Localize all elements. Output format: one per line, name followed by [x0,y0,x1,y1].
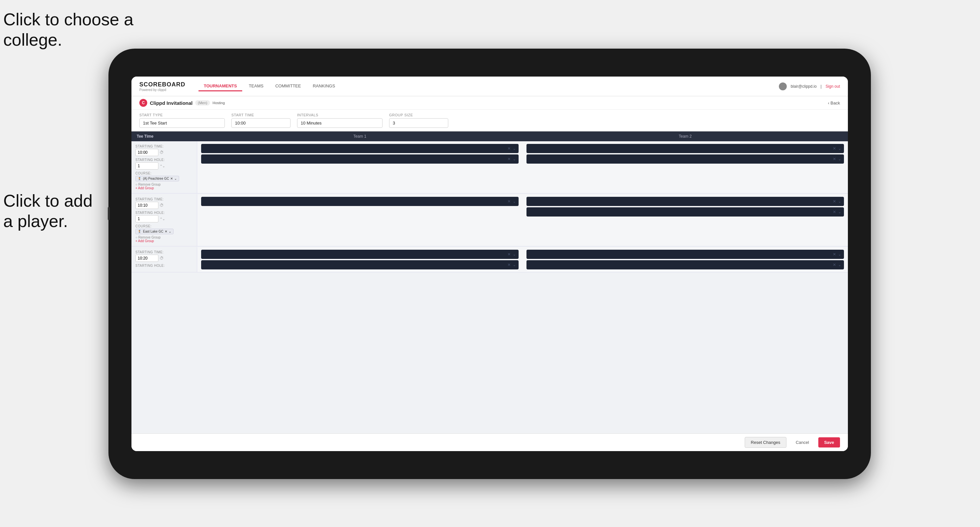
clock-icon-3: ⏱ [160,256,164,260]
slot-icon: ✕ [833,157,836,161]
nav-link-rankings[interactable]: RANKINGS [308,81,340,91]
save-button[interactable]: Save [818,437,840,448]
start-type-select[interactable]: 1st Tee Start [139,118,225,128]
footer: Reset Changes Cancel Save [132,433,848,451]
reset-button[interactable]: Reset Changes [745,437,787,448]
start-type-group: Start Type 1st Tee Start [139,113,225,128]
slot-icon: ⌄ [513,199,516,204]
event-title: Clippd Invitational [150,100,192,106]
player-slot-3-t1-1[interactable]: ✕ ⌄ [201,250,519,259]
sign-out-link[interactable]: Sign out [826,84,840,89]
main-content[interactable]: STARTING TIME: ⏱ STARTING HOLE: ⌃⌄ COURS… [132,141,848,433]
player-slot-2-t2-2[interactable]: ✕ ⌄ [527,207,844,216]
course-expand-2[interactable]: ⌄ [169,230,171,233]
start-time-group: Start Time 10:00 [231,113,291,128]
player-slot-3-t1-2[interactable]: ✕ ⌄ [201,260,519,270]
starting-time-label-2: STARTING TIME: [135,197,193,201]
starting-time-input-1[interactable] [135,149,158,156]
starting-time-input-3[interactable] [135,255,158,262]
user-email: blair@clippd.io [791,84,817,89]
clippd-logo: C [139,99,147,107]
brand: SCOREBOARD Powered by clippd [139,81,185,92]
annotation-text-line2: college. [3,30,62,49]
annotation-text-line1: Click to choose a [3,10,134,29]
starting-hole-label-2: STARTING HOLE: [135,211,193,214]
tablet-side-button [108,207,110,220]
team1-panel-1: ✕ ⌄ ✕ ⌄ [197,141,523,193]
nav-link-committee[interactable]: COMMITTEE [270,81,306,91]
player-slot-2-t1-1[interactable]: ✕ ⌄ [201,197,519,206]
starting-hole-input-2[interactable] [135,215,158,222]
slot-icon: ⌄ [513,146,516,151]
course-name-1: (A) Peachtree GC [143,177,169,180]
avatar [779,83,787,90]
intervals-select[interactable]: 10 Minutes [297,118,383,128]
tee-panel-2: STARTING TIME: ⏱ STARTING HOLE: ⌃⌄ COURS… [132,194,197,246]
course-label-1: COURSE: [135,171,193,175]
remove-group-1[interactable]: ○ Remove Group [135,183,193,186]
back-button[interactable]: ‹ Back [828,100,840,105]
table-header: Tee Time Team 1 Team 2 [132,132,848,141]
group-size-label: Group Size [389,113,448,117]
remove-group-2[interactable]: ○ Remove Group [135,236,193,239]
starting-time-label-3: STARTING TIME: [135,250,193,254]
starting-time-input-2[interactable] [135,202,158,209]
player-slot-3-t2-2[interactable]: ✕ ⌄ [527,260,844,270]
annotation-add-player: Click to add a player. [3,190,93,232]
course-tag-1[interactable]: 🏌 (A) Peachtree GC ✕ ⌄ [135,176,179,181]
group-row-2: STARTING TIME: ⏱ STARTING HOLE: ⌃⌄ COURS… [132,194,848,246]
group-size-group: Group Size 3 [389,113,448,128]
hole-arrow-2: ⌃⌄ [160,217,165,221]
player-slot-2-t2-1[interactable]: ✕ ⌄ [527,197,844,206]
slot-icon: ✕ [508,262,511,267]
group-size-select[interactable]: 3 [389,118,448,128]
player-slot-1-1[interactable]: ✕ ⌄ [201,144,519,153]
separator: | [821,84,822,89]
tablet-screen: SCOREBOARD Powered by clippd TOURNAMENTS… [132,76,848,451]
th-tee-time: Tee Time [132,132,197,141]
nav-links: TOURNAMENTS TEAMS COMMITTEE RANKINGS [199,81,779,91]
brand-title: SCOREBOARD [139,81,185,88]
nav-link-tournaments[interactable]: TOURNAMENTS [199,81,242,91]
slot-icon: ⌄ [838,252,841,257]
slot-icon: ⌄ [838,199,841,204]
annotation-text2-line2: a player. [3,211,68,231]
starting-time-row-1: ⏱ [135,149,193,156]
starting-hole-label-1: STARTING HOLE: [135,158,193,162]
add-group-1[interactable]: + Add Group [135,186,193,190]
event-type-badge: (Men) [195,100,210,105]
course-tag-2[interactable]: 🏌 East Lake GC ✕ ⌄ [135,229,173,234]
annotation-text2-line1: Click to add [3,191,93,210]
course-remove-2[interactable]: ✕ [165,230,167,233]
course-expand-1[interactable]: ⌄ [174,177,177,180]
cancel-button[interactable]: Cancel [790,437,815,448]
course-remove-1[interactable]: ✕ [170,177,173,180]
group-row: STARTING TIME: ⏱ STARTING HOLE: ⌃⌄ COURS… [132,141,848,194]
slot-icon: ✕ [833,199,836,204]
player-slot-2-2[interactable]: ✕ ⌄ [527,154,844,163]
team2-panel-2: ✕ ⌄ ✕ ⌄ [523,194,848,246]
slot-icon: ⌄ [838,262,841,267]
course-icon-1: 🏌 [138,177,142,180]
course-icon-2: 🏌 [138,230,142,233]
start-time-label: Start Time [231,113,291,117]
nav-link-teams[interactable]: TEAMS [243,81,269,91]
starting-time-row-2: ⏱ [135,202,193,209]
add-group-2[interactable]: + Add Group [135,239,193,243]
start-time-select[interactable]: 10:00 [231,118,291,128]
hosting-badge: Hosting [213,101,225,105]
player-slot-2-1[interactable]: ✕ ⌄ [527,144,844,153]
slot-icon: ✕ [833,262,836,267]
team1-panel-2: ✕ ⌄ [197,194,523,246]
starting-hole-row-2: ⌃⌄ [135,215,193,222]
slot-icon: ⌄ [513,252,516,257]
starting-hole-input-1[interactable] [135,162,158,170]
group-row-3: STARTING TIME: ⏱ STARTING HOLE: ✕ ⌄ ✕ ⌄ [132,247,848,272]
player-slot-1-2[interactable]: ✕ ⌄ [201,154,519,163]
tablet-frame: SCOREBOARD Powered by clippd TOURNAMENTS… [108,49,871,479]
start-type-label: Start Type [139,113,225,117]
intervals-label: Intervals [297,113,383,117]
slot-icon: ✕ [833,146,836,151]
starting-time-label-1: STARTING TIME: [135,144,193,148]
player-slot-3-t2-1[interactable]: ✕ ⌄ [527,250,844,259]
